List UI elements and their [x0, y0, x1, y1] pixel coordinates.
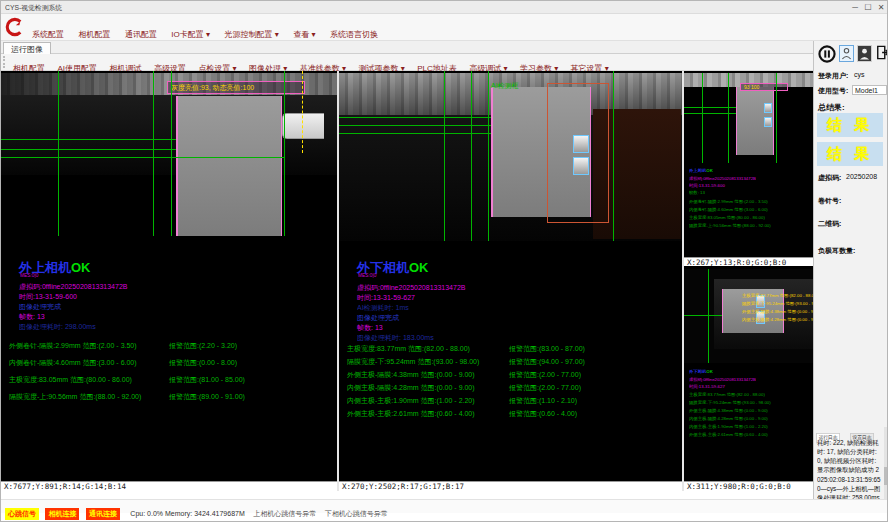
- measure-vline: [708, 269, 709, 363]
- measurement-text: 主极宽度:83.77mm 范围:(82.00 - 88.00): [347, 345, 470, 352]
- measurement-row: 外侧主极-隔膜:4.38mm 范围:(0.00 - 9.00) 报警范围:(2.…: [347, 370, 475, 380]
- thumb-top-image[interactable]: 93 100: [684, 73, 813, 163]
- measure-vline: [702, 73, 703, 163]
- measure-hline: [339, 125, 491, 126]
- menu-light-config[interactable]: 光源控制配置 ▾: [220, 27, 284, 42]
- model-label: 使用型号:: [818, 86, 848, 96]
- camera-name: 外下相机: [689, 370, 706, 374]
- thumb-text-line: 时间:13-31-59-627: [689, 384, 725, 390]
- main-view: 灰度亮值:93, 动态亮值:100 外上相机OK MES:0|0 虚拟码:0ff…: [1, 71, 813, 491]
- menu-comm-config[interactable]: 通讯配置: [120, 27, 162, 42]
- log-scrollbar[interactable]: [884, 427, 888, 499]
- virtual-code-value: 20250208: [846, 173, 877, 180]
- measurement-text: 主极宽度:83.05mm 范围:(80.00 - 86.00): [9, 376, 132, 383]
- measure-vline: [444, 71, 445, 241]
- middle-coordinate-bar: X:270;Y:2502;R:17;G:17;B:17: [339, 481, 682, 491]
- menu-system-config[interactable]: 系统配置: [27, 27, 69, 42]
- needle-number-label: 卷针号:: [818, 196, 841, 206]
- middle-frames-line: 帧数: 13: [357, 323, 383, 333]
- left-elapsed-line: 图像处理耗时: 298.00ms: [19, 322, 96, 332]
- camera-connect-badge: 相机连接: [45, 508, 79, 520]
- menu-language-switch[interactable]: 系统语言切换: [325, 27, 383, 42]
- log-scrollbar-thumb[interactable]: [884, 467, 888, 485]
- app-window: CYS-视觉检测系统 ─ ☐ ✕ 系统配置 相机配置 通讯配置 IO卡配置 ▾ …: [0, 0, 888, 522]
- left-camera-panel[interactable]: 灰度亮值:93, 动态亮值:100 外上相机OK MES:0|0 虚拟码:0ff…: [1, 71, 337, 491]
- statusbar: 心跳信号 相机连接 通讯连接 Cpu: 0.0% Memory: 3424.41…: [1, 499, 888, 513]
- menubar: 系统配置 相机配置 通讯配置 IO卡配置 ▾ 光源控制配置 ▾ 查看 ▾ 系统语…: [1, 14, 888, 41]
- sidebar: 登录用户: cys 使用型号: Model1 总结果: 结 果 结 果 虚拟码:…: [813, 41, 888, 499]
- status-items: 心跳信号 相机连接 通讯连接 Cpu: 0.0% Memory: 3424.41…: [5, 502, 388, 520]
- measure-vline: [613, 71, 614, 241]
- measurement-text: 隔膜宽度-下:95.24mm 范围:(93.00 - 98.00): [347, 358, 479, 365]
- thumb-text-line: 隔膜宽度-上:90.56mm 范围:(88.00 - 92.00): [689, 223, 771, 229]
- thumb-tab-clip: [764, 117, 772, 127]
- measurement-alarm: 报警范围:(81.00 - 85.00): [169, 375, 245, 385]
- middle-code-line: 虚拟码:0ffline2025020813313472B: [357, 283, 465, 293]
- measurement-alarm: 报警范围:(94.00 - 97.00): [509, 357, 585, 367]
- measurement-alarm: 报警范围:(1.10 - 2.10): [509, 396, 577, 406]
- measurement-row: 内侧主极-主极:1.90mm 范围:(1.00 - 2.20) 报警范围:(1.…: [347, 396, 475, 406]
- measurement-row: 外侧卷针-隔膜:2.99mm 范围:(2.00 - 3.50) 报警范围:(2.…: [9, 341, 137, 351]
- thumb-text-line: 外上相机OK: [689, 168, 713, 174]
- measurement-row: 隔膜宽度-下:95.24mm 范围:(93.00 - 98.00) 报警范围:(…: [347, 357, 479, 367]
- menu-camera-config[interactable]: 相机配置: [73, 27, 115, 42]
- yellow-ref-line: [302, 71, 303, 153]
- maximize-button[interactable]: ☐: [862, 2, 874, 13]
- thumb-text-line: 虚拟码:0ffline2025020813313472B: [689, 176, 756, 182]
- middle-mes-line: MES:0|0: [358, 273, 376, 278]
- user-account-button[interactable]: [857, 45, 872, 62]
- left-roll-block: [176, 96, 282, 236]
- camera-ok-status: OK: [409, 260, 429, 275]
- menu-view[interactable]: 查看 ▾: [288, 27, 320, 42]
- thumb-overlay-value: 隔膜宽度-下:95.24mm 范围:(93.00 - 98.00): [742, 301, 813, 307]
- heartbeat-badge: 心跳信号: [5, 508, 39, 520]
- app-logo-icon: [5, 17, 23, 37]
- lower-camera-warning: 下相机心跳信号异常: [325, 509, 388, 519]
- measurement-alarm: 报警范围:(83.00 - 87.00): [509, 344, 585, 354]
- measurement-alarm: 报警范围:(0.00 - 8.00): [169, 358, 237, 368]
- model-select[interactable]: Model1: [852, 85, 887, 95]
- measurement-row: 主极宽度:83.05mm 范围:(80.00 - 86.00) 报警范围:(81…: [9, 375, 132, 385]
- menu-io-config[interactable]: IO卡配置 ▾: [166, 27, 215, 42]
- total-result-label: 总结果:: [818, 102, 845, 113]
- login-user-value: cys: [854, 71, 865, 78]
- thumb-overlay-value: 主极宽度:83.77mm 范围:(82.00 - 88.00): [742, 293, 813, 299]
- middle-ai-time-line: AI检测耗时: 1ms: [357, 303, 409, 313]
- measurement-alarm: 报警范围:(2.20 - 3.20): [169, 341, 237, 351]
- middle-done-line: 图像处理完成: [357, 313, 399, 323]
- close-button[interactable]: ✕: [875, 2, 887, 13]
- measurement-row: 内侧卷针-隔膜:4.60mm 范围:(3.00 - 6.00) 报警范围:(0.…: [9, 358, 137, 368]
- pause-button[interactable]: [817, 45, 836, 62]
- thumb-text-line: 外侧主极-隔膜:4.38mm 范围:(0.00 - 9.00): [689, 408, 768, 414]
- minimize-button[interactable]: ─: [849, 2, 861, 13]
- exit-button[interactable]: [875, 45, 888, 62]
- measure-hline: [684, 315, 722, 316]
- measure-vline: [471, 71, 472, 241]
- measurement-alarm: 报警范围:(0.60 - 4.00): [509, 409, 577, 419]
- middle-elapsed-line: 图像处理耗时: 183.00ms: [357, 333, 434, 343]
- virtual-code-label: 虚拟码:: [818, 173, 841, 183]
- left-time-line: 时间:13-31-59-600: [19, 292, 77, 302]
- measure-hline: [684, 113, 736, 114]
- measurement-alarm: 报警范围:(2.00 - 77.00): [509, 383, 581, 393]
- measurement-row: 内侧主极-隔膜:4.28mm 范围:(0.00 - 9.00) 报警范围:(2.…: [347, 383, 475, 393]
- measurement-alarm: 报警范围:(2.00 - 77.00): [509, 370, 581, 380]
- user-login-button[interactable]: [839, 45, 854, 62]
- thumb-text-line: 帧数: 13: [689, 190, 705, 196]
- measure-vline: [728, 73, 729, 163]
- log-text: 耗时: 222, 缺陷检测耗时: 17, 缺陷分类耗时: 0, 缺陷视频分区耗时…: [817, 439, 882, 493]
- measure-vline: [776, 73, 777, 163]
- left-clamp-arm: [282, 113, 324, 139]
- left-coordinate-bar: X:7677;Y:891;R:14;G:14;B:14: [1, 481, 337, 491]
- camera-ok-status: OK: [706, 169, 712, 173]
- thumb-bottom-image[interactable]: 主极宽度:83.77mm 范围:(82.00 - 88.00) 隔膜宽度-下:9…: [684, 269, 813, 363]
- camera-ok-status: OK: [706, 370, 712, 374]
- middle-camera-panel[interactable]: AI检测框 外下相机OK MES:0|0 虚拟码:0ffline20250208…: [339, 71, 682, 491]
- thumb-overlay-value: 外侧主极-隔膜:4.38mm 范围:(0.00 - 9.00): [742, 309, 813, 315]
- thumb-text-line: 外侧卷针-隔膜:2.99mm 范围:(2.00 - 3.50): [689, 199, 768, 205]
- measure-vline: [284, 71, 285, 236]
- measurement-text: 外侧卷针-隔膜:2.99mm 范围:(2.00 - 3.50): [9, 342, 137, 349]
- toolbar-grip[interactable]: [3, 56, 6, 68]
- camera-name: 外上相机: [689, 169, 706, 173]
- thumb-tab-clip: [764, 103, 772, 113]
